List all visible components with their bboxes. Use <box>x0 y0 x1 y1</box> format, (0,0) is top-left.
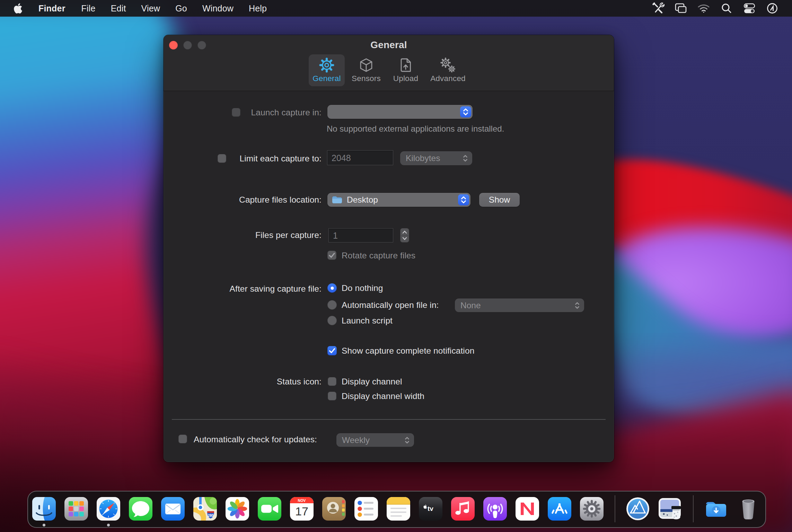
limit-size-value: 2048 <box>332 153 351 163</box>
dock-item-news[interactable] <box>515 497 539 521</box>
limit-size-field[interactable]: 2048 <box>327 150 393 165</box>
running-indicator <box>43 524 45 526</box>
clock-one-status-item[interactable] <box>761 0 784 17</box>
dock-item-mail[interactable] <box>161 497 185 521</box>
launch-script-radio[interactable] <box>327 316 337 325</box>
dock-item-music[interactable] <box>451 497 475 521</box>
dock-item-reminders[interactable] <box>354 497 378 521</box>
dock-item-trash[interactable] <box>736 497 760 521</box>
dock-item-podcasts[interactable] <box>483 497 507 521</box>
dock-item-contacts[interactable] <box>322 497 346 521</box>
menu-item-help[interactable]: Help <box>241 0 274 17</box>
open-file-label: Automatically open file in: <box>342 300 439 310</box>
dock-item-facetime[interactable] <box>257 497 282 521</box>
preferences-window: General General <box>164 35 614 462</box>
popup-stepper-icon <box>460 106 471 117</box>
rotate-checkbox[interactable] <box>327 251 336 260</box>
minimize-button[interactable] <box>183 41 192 50</box>
control-center-icon <box>743 2 756 14</box>
tools-status-item[interactable] <box>646 0 669 17</box>
notification-checkbox[interactable] <box>327 346 337 355</box>
spotlight-status-item[interactable] <box>715 0 738 17</box>
launch-capture-popup[interactable] <box>327 105 473 119</box>
capture-location-value: Desktop <box>347 195 378 205</box>
wifi-status-item[interactable] <box>692 0 715 17</box>
menu-item-window[interactable]: Window <box>195 0 241 17</box>
calendar-month: NOV <box>298 498 306 503</box>
limit-unit-popup[interactable]: Kilobytes <box>400 151 472 165</box>
downloads-folder-icon <box>704 497 728 521</box>
system-preferences-icon <box>580 497 604 521</box>
menu-item-file[interactable]: File <box>74 0 103 17</box>
updates-checkbox[interactable] <box>178 435 187 443</box>
launch-capture-checkbox[interactable] <box>232 108 240 117</box>
menu-item-edit[interactable]: Edit <box>103 0 134 17</box>
zoom-button[interactable] <box>197 41 206 50</box>
dock-item-launchpad[interactable] <box>64 497 88 521</box>
open-file-popup[interactable]: None <box>455 299 584 312</box>
dock-item-maps[interactable]: 280 <box>193 497 217 521</box>
open-file-radio[interactable] <box>327 300 337 310</box>
display-channel-checkbox[interactable] <box>328 377 336 386</box>
rotate-label: Rotate capture files <box>342 251 415 260</box>
do-nothing-label: Do nothing <box>342 283 383 293</box>
calendar-day: 17 <box>295 505 308 518</box>
dock-item-finder[interactable] <box>32 497 56 521</box>
general-pane: Launch capture in: No supported external… <box>164 35 614 462</box>
display-mirroring-icon <box>674 2 687 14</box>
capture-location-popup[interactable]: Desktop <box>327 193 470 207</box>
limit-capture-label: Limit each capture to: <box>240 154 322 163</box>
close-button[interactable] <box>169 41 178 50</box>
files-per-capture-field[interactable]: 1 <box>328 228 393 242</box>
menu-item-view[interactable]: View <box>134 0 168 17</box>
menu-item-app[interactable]: Finder <box>30 0 74 17</box>
files-per-capture-value: 1 <box>333 230 338 240</box>
status-icon-label: Status icon: <box>277 377 322 387</box>
dock-item-image-jar[interactable] <box>658 497 682 521</box>
dock-item-calendar[interactable]: NOV 17 <box>290 497 314 521</box>
dock-item-notes[interactable] <box>386 497 411 521</box>
display-channel-width-label: Display channel width <box>342 391 424 401</box>
display-channel-width-checkbox[interactable] <box>328 392 336 400</box>
show-button[interactable]: Show <box>479 193 520 207</box>
tv-icon: tv <box>419 497 443 521</box>
launch-script-label: Launch script <box>342 316 393 326</box>
updates-popup[interactable]: Weekly <box>336 433 414 447</box>
notes-icon <box>386 497 411 521</box>
clock-one-icon <box>766 2 778 15</box>
popup-chevrons-icon <box>574 301 580 310</box>
menu-bar: Finder File Edit View Go Window Help <box>0 0 792 17</box>
appstore-icon <box>547 497 572 521</box>
dock-item-app-cleaner[interactable] <box>626 497 650 521</box>
dock-item-appstore[interactable] <box>547 497 572 521</box>
dock-item-safari[interactable] <box>96 497 121 521</box>
dock-item-messages[interactable] <box>129 497 153 521</box>
running-indicator <box>107 524 110 526</box>
spotlight-icon <box>721 2 732 14</box>
launchpad-icon <box>64 497 88 521</box>
apple-menu[interactable] <box>0 3 30 14</box>
files-per-capture-stepper[interactable] <box>400 228 409 242</box>
dock: 280 <box>27 491 766 528</box>
wifi-icon <box>697 3 710 14</box>
menu-item-go[interactable]: Go <box>168 0 195 17</box>
display-channel-label: Display channel <box>342 377 402 387</box>
contacts-icon <box>322 497 346 521</box>
messages-icon <box>129 497 153 521</box>
checkmark-icon <box>327 251 336 260</box>
dock-item-photos[interactable] <box>225 497 249 521</box>
display-status-item[interactable] <box>669 0 692 17</box>
dock-item-system-preferences[interactable] <box>580 497 604 521</box>
stepper-chevrons-icon <box>460 196 467 204</box>
launch-capture-label: Launch capture in: <box>251 108 322 117</box>
dock-item-downloads[interactable] <box>704 497 728 521</box>
control-center-status-item[interactable] <box>738 0 761 17</box>
checkmark-icon <box>327 346 337 355</box>
calendar-icon: NOV 17 <box>290 497 314 521</box>
limit-capture-checkbox[interactable] <box>218 154 226 163</box>
notification-label: Show capture complete notification <box>342 346 474 356</box>
updates-label: Automatically check for updates: <box>194 435 317 444</box>
dock-item-tv[interactable]: tv <box>419 497 443 521</box>
do-nothing-radio[interactable] <box>327 283 337 293</box>
dock-separator <box>615 495 615 522</box>
